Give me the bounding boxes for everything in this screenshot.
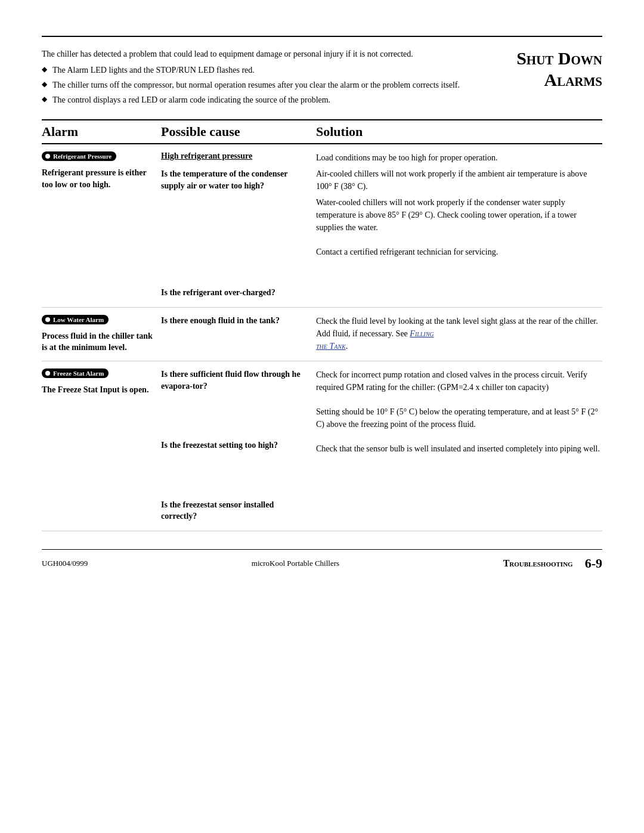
sol-freeze-1: Check for incorrect pump rotation and cl… [316,368,602,394]
col-cause-header: Possible cause [161,124,316,140]
footer-left: UGH004/0999 [42,559,88,568]
badge-label-freeze: Freeze Stat Alarm [53,370,104,377]
section-freeze-stat: Freeze Stat Alarm The Freeze Stat Input … [42,361,602,531]
footer: UGH004/0999 microKool Portable Chillers … [42,549,602,571]
bullet-3: The control displays a red LED or alarm … [42,94,499,106]
alarm-col-refrigerant: Refrigerant Pressure Refrigerant pressur… [42,151,161,300]
cause-col-refrigerant: High refrigerant pressure Is the tempera… [161,151,316,300]
cause-block-freeze-1: Is there sufficient fluid flow through h… [161,368,310,392]
badge-dot [45,154,50,159]
cause-block-freeze-2: Is the freezestat setting too high? [161,439,310,451]
refrigerant-badge: Refrigerant Pressure [42,151,116,161]
sol-refrig-1-p1: Load conditions may be too high for prop… [316,151,602,164]
footer-center: microKool Portable Chillers [252,559,339,568]
cause-col-freeze: Is there sufficient fluid flow through h… [161,368,316,524]
alarm-col-freeze: Freeze Stat Alarm The Freeze Stat Input … [42,368,161,524]
bullet-1: The Alarm LED lights and the STOP/RUN LE… [42,64,499,76]
intro-paragraph: The chiller has detected a problem that … [42,48,499,60]
top-section: The chiller has detected a problem that … [42,48,602,109]
low-water-badge: Low Water Alarm [42,315,109,324]
bullet-list: The Alarm LED lights and the STOP/RUN LE… [42,64,499,106]
alarm-name-low-water: Process fluid in the chiller tank is at … [42,330,155,354]
table-header: Alarm Possible cause Solution [42,119,602,144]
cause-block-freeze-3: Is the freezestat sensor installed corre… [161,499,310,522]
cause-q-freeze-3: Is the freezestat sensor installed corre… [161,499,310,522]
badge-row-low-water: Low Water Alarm [42,315,155,328]
badge-dot-freeze [45,371,50,376]
cause-q-freeze-2: Is the freezestat setting too high? [161,439,310,451]
section-low-water: Low Water Alarm Process fluid in the chi… [42,308,602,361]
badge-row-freeze: Freeze Stat Alarm [42,368,155,382]
badge-label-lw: Low Water Alarm [53,316,104,323]
sol-refrig-1-p3: Water-cooled chillers will not work prop… [316,196,602,234]
alarm-name-refrigerant: Refrigerant pressure is either too low o… [42,167,155,190]
page-title: Shut Down Alarms [516,48,602,91]
solution-refrig-2: Contact a certified refrigerant technici… [316,246,602,258]
sol-freeze-3-p1: Check that the sensor bulb is well insul… [316,442,602,455]
cause-col-low-water: Is there enough fluid in the tank? [161,315,316,354]
col-alarm-header: Alarm [42,124,161,140]
sol-refrig-2-p1: Contact a certified refrigerant technici… [316,246,602,258]
alarm-name-freeze: The Freeze Stat Input is open. [42,384,155,396]
footer-page-number: 6-9 [585,556,602,571]
cause-q-refrig-2: Is the refrigerant over-charged? [161,287,310,299]
badge-dot-lw [45,317,50,322]
cause-block-refrig-2: Is the refrigerant over-charged? [161,287,310,299]
sol-refrig-1-p2: Air-cooled chillers will not work proper… [316,168,602,193]
cause-q-lw-1: Is there enough fluid in the tank? [161,315,310,327]
page: The chiller has detected a problem that … [0,0,644,833]
cause-header-refrigerant: High refrigerant pressure [161,151,310,161]
solution-col-low-water: Check the fluid level by looking at the … [316,315,602,354]
sol-freeze-3: Check that the sensor bulb is well insul… [316,442,602,455]
cause-q-freeze-1: Is there sufficient fluid flow through h… [161,368,310,392]
sol-lw-1: Check the fluid level by looking at the … [316,315,602,352]
badge-label: Refrigerant Pressure [53,153,112,160]
sol-freeze-1-p1: Check for incorrect pump rotation and cl… [316,368,602,394]
freeze-badge: Freeze Stat Alarm [42,368,109,378]
cause-block-refrig-1: Is the temperature of the condenser supp… [161,168,310,191]
badge-row-refrigerant: Refrigerant Pressure [42,151,155,165]
sol-freeze-2: Setting should be 10° F (5° C) below the… [316,405,602,431]
title-line2: Alarms [516,69,602,91]
solution-refrig-1: Load conditions may be too high for prop… [316,151,602,234]
intro-text: The chiller has detected a problem that … [42,48,516,109]
alarm-col-low-water: Low Water Alarm Process fluid in the chi… [42,315,161,354]
sol-freeze-2-p1: Setting should be 10° F (5° C) below the… [316,405,602,431]
title-line1: Shut Down [516,48,602,69]
cause-q-refrig-1: Is the temperature of the condenser supp… [161,168,310,191]
solution-col-refrigerant: Load conditions may be too high for prop… [316,151,602,300]
footer-section-label: Troubleshooting [503,558,573,569]
bullet-2: The chiller turns off the compressor, bu… [42,79,499,91]
col-solution-header: Solution [316,124,602,140]
section-refrigerant: Refrigerant Pressure Refrigerant pressur… [42,144,602,308]
solution-col-freeze: Check for incorrect pump rotation and cl… [316,368,602,524]
footer-right: Troubleshooting 6-9 [503,556,602,571]
filling-link[interactable]: Fillingthe Tank [316,329,434,351]
